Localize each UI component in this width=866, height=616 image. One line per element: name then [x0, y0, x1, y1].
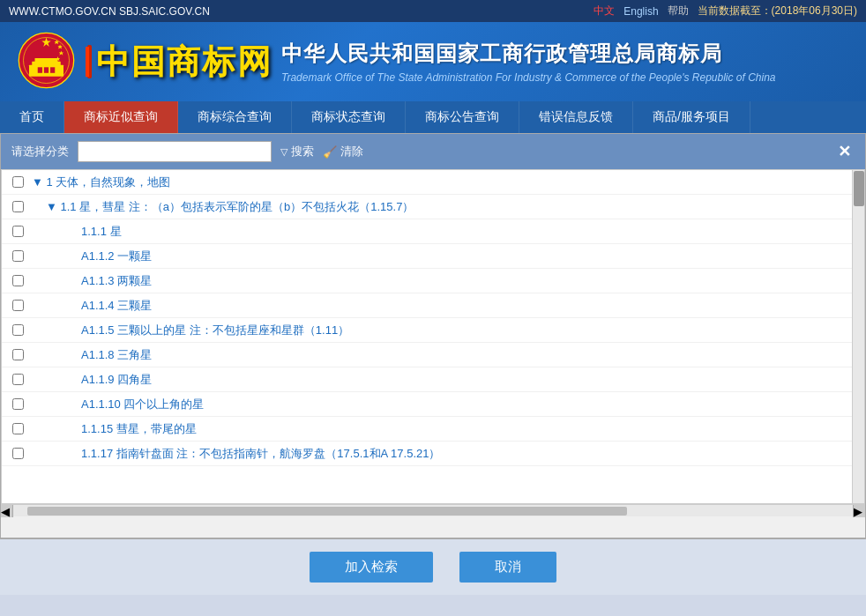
clear-button[interactable]: 🧹 清除: [323, 144, 363, 160]
row-checkbox[interactable]: [12, 423, 24, 434]
tree-node-a1-1-9[interactable]: A1.1.9 四角星: [28, 372, 152, 388]
lang-en[interactable]: English: [623, 5, 658, 18]
search-button[interactable]: ▽ 搜索: [280, 144, 314, 160]
nav-item-similarity[interactable]: 商标近似查询: [64, 101, 178, 133]
expand-icon-1-1: ▼: [46, 200, 60, 213]
tree-node-a1-1-4[interactable]: A1.1.4 三颗星: [28, 298, 152, 314]
top-bar: WWW.CTMO.GOV.CN SBJ.SAIC.GOV.CN 中文 Engli…: [0, 0, 866, 22]
tree-row: A1.1.2 一颗星: [2, 244, 864, 269]
emblem: [18, 32, 75, 92]
expand-icon-1: ▼: [32, 175, 46, 189]
tree-row: A1.1.8 三角星: [2, 343, 864, 367]
filter-label: 请选择分类: [11, 144, 69, 160]
row-checkbox[interactable]: [12, 226, 24, 237]
tree-row: ▼ 1 天体，自然现象，地图: [2, 170, 864, 195]
top-bar-right: 中文 English 帮助 当前数据截至：(2018年06月30日): [594, 4, 857, 19]
tree-row: A1.1.4 三颗星: [2, 293, 864, 318]
tree-node-a1-1-5[interactable]: A1.1.5 三颗以上的星 注：不包括星座和星群（1.11）: [28, 323, 349, 338]
nav-item-comprehensive[interactable]: 商标综合查询: [178, 101, 292, 133]
close-button[interactable]: ✕: [834, 142, 855, 161]
row-checkbox[interactable]: [12, 275, 24, 286]
scroll-thumb-h[interactable]: [27, 507, 627, 516]
svg-rect-4: [35, 58, 58, 63]
row-checkbox[interactable]: [12, 374, 24, 385]
checkbox-1-1: [2, 201, 28, 212]
tree-node-1-1[interactable]: ▼ 1.1 星，彗星 注：（a）包括表示军阶的星（b）不包括火花（1.15.7）: [28, 199, 414, 215]
scroll-right-arrow[interactable]: ▶: [853, 505, 865, 517]
row-checkbox[interactable]: [12, 349, 24, 360]
tree-row: ▼ 1.1 星，彗星 注：（a）包括表示军阶的星（b）不包括火花（1.15.7）: [2, 195, 864, 219]
tree-node-a1-1-3[interactable]: A1.1.3 两颗星: [28, 273, 152, 289]
row-checkbox[interactable]: [12, 176, 24, 188]
vertical-scrollbar[interactable]: [852, 170, 864, 503]
scroll-track: [27, 507, 839, 516]
row-checkbox[interactable]: [12, 250, 24, 262]
data-date: 当前数据截至：(2018年06月30日): [698, 4, 857, 19]
tree-row: A1.1.3 两颗星: [2, 269, 864, 293]
nav-item-goods[interactable]: 商品/服务项目: [633, 101, 750, 133]
row-checkbox[interactable]: [12, 448, 24, 459]
row-checkbox[interactable]: [12, 201, 24, 212]
scroll-left-arrow[interactable]: ◀: [1, 505, 13, 517]
tree-node-1-1-17[interactable]: 1.1.17 指南针盘面 注：不包括指南针，航海罗盘（17.5.1和A 17.5…: [28, 446, 440, 462]
nav-item-status[interactable]: 商标状态查询: [292, 101, 406, 133]
main-area: 请选择分类 ▽ 搜索 🧹 清除 ✕ ▼ 1 天体，自然现象，地图: [0, 133, 866, 538]
svg-rect-6: [44, 67, 49, 73]
row-checkbox[interactable]: [12, 300, 24, 311]
broom-icon: 🧹: [323, 145, 337, 159]
lang-cn[interactable]: 中文: [594, 4, 615, 19]
header-title-main: 中华人民共和国国家工商行政管理总局商标局: [281, 40, 776, 68]
nav-item-error[interactable]: 错误信息反馈: [519, 101, 633, 133]
tree-area[interactable]: ▼ 1 天体，自然现象，地图 ▼ 1.1 星，彗星 注：（a）包括表示军阶的星（…: [1, 169, 865, 504]
cancel-button[interactable]: 取消: [459, 552, 556, 583]
tree-row: A1.1.10 四个以上角的星: [2, 392, 864, 417]
tree-row: 1.1.15 彗星，带尾的星: [2, 417, 864, 442]
checkbox-1: [2, 176, 28, 188]
logo-text-cn: 中国商标网: [93, 43, 272, 80]
header: 中国商标网 中华人民共和国国家工商行政管理总局商标局 Trademark Off…: [0, 22, 866, 101]
filter-bar: 请选择分类 ▽ 搜索 🧹 清除 ✕: [1, 134, 865, 169]
header-title-sub: Trademark Office of The State Administra…: [281, 71, 776, 84]
tree-node-1-1-1[interactable]: 1.1.1 星: [28, 224, 122, 240]
scroll-thumb[interactable]: [854, 171, 864, 206]
tree-node-a1-1-8[interactable]: A1.1.8 三角星: [28, 347, 152, 363]
svg-rect-5: [38, 67, 42, 73]
tree-row: A1.1.9 四角星: [2, 367, 864, 392]
help-link[interactable]: 帮助: [668, 4, 689, 19]
nav-item-announcement[interactable]: 商标公告查询: [406, 101, 519, 133]
top-bar-domains: WWW.CTMO.GOV.CN SBJ.SAIC.GOV.CN: [9, 5, 210, 18]
tree-row: 1.1.1 星: [2, 219, 864, 244]
filter-icon: ▽: [280, 146, 287, 158]
tree-row: 1.1.17 指南针盘面 注：不包括指南针，航海罗盘（17.5.1和A 17.5…: [2, 442, 864, 466]
row-checkbox[interactable]: [12, 398, 24, 410]
tree-node-1[interactable]: ▼ 1 天体，自然现象，地图: [28, 174, 170, 190]
footer-area: 加入检索 取消: [0, 538, 866, 595]
row-checkbox[interactable]: [12, 324, 24, 336]
tree-node-a1-1-2[interactable]: A1.1.2 一颗星: [28, 249, 152, 264]
nav-item-home[interactable]: 首页: [0, 101, 64, 133]
header-right: 中华人民共和国国家工商行政管理总局商标局 Trademark Office of…: [281, 40, 776, 84]
tree-node-1-1-15[interactable]: 1.1.15 彗星，带尾的星: [28, 421, 197, 437]
horizontal-scrollbar[interactable]: ◀ ▶: [1, 504, 865, 516]
nav: 首页 商标近似查询 商标综合查询 商标状态查询 商标公告查询 错误信息反馈 商品…: [0, 101, 866, 133]
tree-row: A1.1.5 三颗以上的星 注：不包括星座和星群（1.11）: [2, 318, 864, 343]
svg-rect-7: [50, 67, 55, 73]
add-to-search-button[interactable]: 加入检索: [310, 552, 433, 583]
filter-input[interactable]: [78, 141, 272, 162]
tree-node-a1-1-10[interactable]: A1.1.10 四个以上角的星: [28, 397, 204, 412]
